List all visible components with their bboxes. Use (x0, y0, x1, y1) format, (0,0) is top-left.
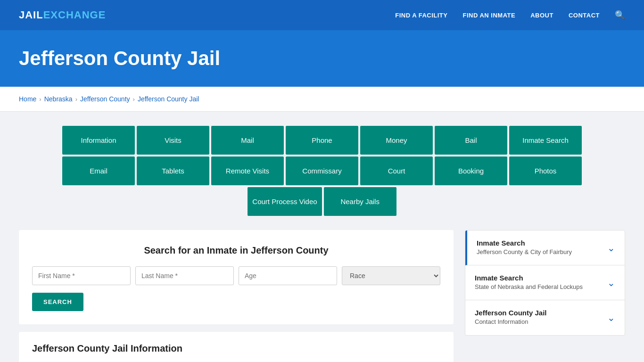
info-title: Jefferson County Jail Information (32, 343, 440, 354)
sidebar-item-contact-info[interactable]: Jefferson County Jail Contact Informatio… (465, 300, 625, 335)
logo-exchange: EXCHANGE (43, 9, 106, 21)
chevron-down-icon-1: ⌄ (607, 242, 615, 254)
sidebar-item-title-3: Jefferson County Jail (475, 309, 547, 317)
breadcrumb-current: Jefferson County Jail (138, 95, 199, 103)
nav-buttons-row3: Court Process Video Nearby Jails (248, 187, 396, 216)
nav-find-inmate[interactable]: FIND AN INMATE (462, 12, 515, 19)
btn-money[interactable]: Money (360, 126, 433, 155)
nav-find-facility[interactable]: FIND A FACILITY (395, 12, 447, 19)
content-area: Search for an Inmate in Jefferson County… (19, 230, 625, 362)
sidebar-item-subtitle-3: Contact Information (475, 318, 547, 326)
first-name-input[interactable] (32, 266, 131, 285)
search-title: Search for an Inmate in Jefferson County (32, 245, 440, 256)
btn-photos[interactable]: Photos (509, 156, 582, 185)
breadcrumb-sep-3: › (133, 96, 135, 103)
search-fields: Race White Black Hispanic Asian Other (32, 266, 440, 285)
chevron-down-icon-2: ⌄ (607, 277, 615, 288)
search-box: Search for an Inmate in Jefferson County… (19, 230, 454, 324)
btn-remote-visits[interactable]: Remote Visits (211, 156, 284, 185)
btn-information[interactable]: Information (62, 126, 135, 155)
age-input[interactable] (239, 266, 337, 285)
btn-court-process-video[interactable]: Court Process Video (248, 187, 322, 216)
btn-tablets[interactable]: Tablets (137, 156, 209, 185)
sidebar: Inmate Search Jefferson County & City of… (465, 230, 625, 336)
breadcrumb-sep-1: › (39, 96, 41, 103)
btn-bail[interactable]: Bail (435, 126, 507, 155)
nav-buttons-row1: Information Visits Mail Phone Money Bail… (62, 126, 582, 155)
btn-phone[interactable]: Phone (286, 126, 358, 155)
left-panel: Search for an Inmate in Jefferson County… (19, 230, 454, 362)
btn-inmate-search[interactable]: Inmate Search (509, 126, 582, 155)
header: JAILEXCHANGE FIND A FACILITY FIND AN INM… (0, 0, 644, 30)
breadcrumb-home[interactable]: Home (19, 95, 36, 103)
nav-about[interactable]: ABOUT (530, 12, 553, 19)
sidebar-item-content-3: Jefferson County Jail Contact Informatio… (475, 309, 547, 326)
breadcrumb-bar: Home › Nebraska › Jefferson County › Jef… (0, 87, 644, 112)
breadcrumb-jefferson-county[interactable]: Jefferson County (80, 95, 130, 103)
sidebar-item-content-2: Inmate Search State of Nebraska and Fede… (475, 274, 583, 291)
page-title: Jefferson County Jail (19, 47, 625, 70)
btn-mail[interactable]: Mail (211, 126, 284, 155)
last-name-input[interactable] (135, 266, 234, 285)
btn-visits[interactable]: Visits (137, 126, 209, 155)
breadcrumb-nebraska[interactable]: Nebraska (44, 95, 73, 103)
sidebar-item-title-2: Inmate Search (475, 274, 583, 282)
sidebar-item-subtitle-2: State of Nebraska and Federal Lockups (475, 283, 583, 291)
sidebar-item-title-1: Inmate Search (477, 239, 572, 247)
btn-email[interactable]: Email (62, 156, 135, 185)
info-section: Jefferson County Jail Information (19, 332, 454, 362)
sidebar-item-inmate-search-nebraska[interactable]: Inmate Search State of Nebraska and Fede… (465, 265, 625, 300)
race-select[interactable]: Race White Black Hispanic Asian Other (342, 266, 440, 285)
btn-nearby-jails[interactable]: Nearby Jails (324, 187, 396, 216)
nav-buttons-grid: Information Visits Mail Phone Money Bail… (19, 126, 625, 216)
search-button[interactable]: SEARCH (32, 293, 83, 311)
sidebar-item-content-1: Inmate Search Jefferson County & City of… (477, 239, 572, 256)
nav-buttons-row2: Email Tablets Remote Visits Commissary C… (62, 156, 582, 185)
main-nav: FIND A FACILITY FIND AN INMATE ABOUT CON… (395, 10, 625, 20)
hero-section: Jefferson County Jail (0, 30, 644, 87)
main-content: Information Visits Mail Phone Money Bail… (0, 112, 644, 362)
breadcrumb-sep-2: › (75, 96, 77, 103)
btn-court[interactable]: Court (360, 156, 433, 185)
nav-contact[interactable]: CONTACT (569, 12, 600, 19)
logo[interactable]: JAILEXCHANGE (19, 9, 106, 21)
btn-commissary[interactable]: Commissary (286, 156, 358, 185)
chevron-down-icon-3: ⌄ (607, 312, 615, 323)
btn-booking[interactable]: Booking (435, 156, 507, 185)
breadcrumb: Home › Nebraska › Jefferson County › Jef… (19, 95, 625, 103)
sidebar-item-subtitle-1: Jefferson County & City of Fairbury (477, 248, 572, 256)
sidebar-item-inmate-search-jefferson[interactable]: Inmate Search Jefferson County & City of… (465, 230, 625, 265)
logo-jail: JAIL (19, 9, 43, 21)
search-icon[interactable]: 🔍 (615, 10, 625, 20)
